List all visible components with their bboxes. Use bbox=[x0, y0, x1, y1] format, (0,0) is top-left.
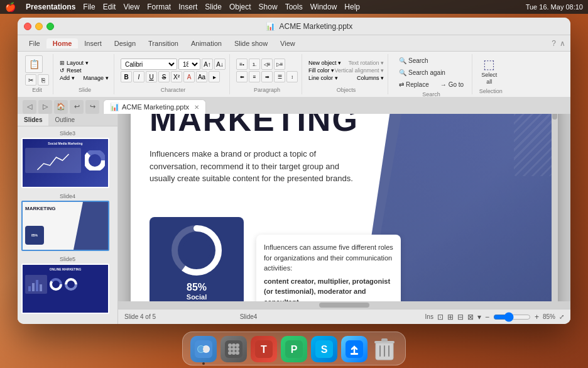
select-all-button[interactable]: ⬚ Selectall bbox=[479, 55, 499, 87]
numbering-button[interactable]: 1. bbox=[249, 59, 260, 70]
view-outline-icon[interactable]: ⊠ bbox=[467, 313, 474, 321]
line-color-button[interactable]: Line color ▾ bbox=[308, 75, 338, 81]
horizontal-scrollbar[interactable] bbox=[118, 301, 570, 309]
document-tab[interactable]: 📊 ACME Marketing.pptx ✕ bbox=[103, 99, 206, 114]
help-icon[interactable]: ? bbox=[552, 39, 556, 48]
close-button[interactable] bbox=[24, 23, 31, 30]
menu-file[interactable]: File bbox=[83, 3, 95, 11]
dock-package-manager[interactable]: P bbox=[281, 336, 307, 362]
zoom-fit-button[interactable]: ⤢ bbox=[559, 313, 564, 320]
font-decrease-button[interactable]: A↓ bbox=[214, 59, 226, 70]
outline-tab[interactable]: Outline bbox=[48, 114, 81, 126]
vertical-alignment-button[interactable]: Vertical alignment ▾ bbox=[334, 67, 384, 74]
search-button[interactable]: 🔍 Search bbox=[395, 55, 468, 66]
indent-increase-button[interactable]: ▷≡ bbox=[274, 59, 285, 70]
scrollbar-thumb[interactable] bbox=[552, 114, 557, 120]
dock-finder[interactable] bbox=[190, 336, 217, 362]
align-center-button[interactable]: ≡ bbox=[249, 71, 260, 82]
align-left-button[interactable]: ⬅ bbox=[236, 71, 248, 82]
tab-transition[interactable]: Transition bbox=[142, 38, 185, 48]
tab-insert[interactable]: Insert bbox=[78, 38, 108, 48]
slides-tab[interactable]: Slides bbox=[18, 114, 48, 126]
font-size-select[interactable]: 18 bbox=[178, 59, 200, 70]
menu-show[interactable]: Show bbox=[259, 3, 278, 11]
tab-slideshow[interactable]: Slide show bbox=[228, 38, 274, 48]
add-button[interactable]: Add ▾ bbox=[60, 75, 75, 81]
slide5-thumb[interactable]: ONLINE MARKETING bbox=[21, 264, 109, 314]
nav-back-button[interactable]: ◁ bbox=[23, 100, 36, 114]
menu-format[interactable]: Format bbox=[147, 3, 171, 11]
text-color-button[interactable]: A bbox=[183, 71, 195, 82]
font-name-select[interactable]: Calibri bbox=[121, 59, 177, 70]
menu-edit[interactable]: Edit bbox=[103, 3, 116, 11]
justify-button[interactable]: ☰ bbox=[274, 71, 285, 82]
menu-help[interactable]: Help bbox=[344, 3, 360, 11]
reset-button[interactable]: Reset bbox=[67, 67, 82, 74]
maximize-button[interactable] bbox=[46, 23, 54, 30]
superscript-button[interactable]: X² bbox=[171, 71, 182, 82]
dock-launchpad[interactable] bbox=[220, 336, 247, 362]
undo-button[interactable]: ↩ bbox=[70, 100, 84, 114]
layout-button[interactable]: Layout ▾ bbox=[67, 60, 89, 66]
dock-toolbox[interactable]: T bbox=[251, 336, 277, 362]
tab-design[interactable]: Design bbox=[108, 38, 142, 48]
copy-button[interactable]: ⎘ bbox=[38, 74, 49, 86]
menu-slide[interactable]: Slide bbox=[205, 3, 222, 11]
columns-button[interactable]: Columns ▾ bbox=[357, 75, 384, 81]
view-grid-icon[interactable]: ⊞ bbox=[447, 313, 454, 321]
vertical-scrollbar[interactable] bbox=[552, 114, 558, 301]
text-rotation-button[interactable]: Text rotation ▾ bbox=[348, 60, 384, 66]
cut-button[interactable]: ✂ bbox=[25, 74, 36, 86]
menu-tools[interactable]: Tools bbox=[285, 3, 303, 11]
dock-trash[interactable] bbox=[371, 336, 398, 362]
line-spacing-button[interactable]: ↕ bbox=[286, 71, 298, 82]
slide-canvas-area[interactable]: MARKETING Influencers make a brand or pr… bbox=[118, 114, 570, 301]
more-char-button[interactable]: ▸ bbox=[209, 71, 220, 82]
underline-button[interactable]: U bbox=[146, 71, 157, 82]
apple-menu[interactable]: 🍎 bbox=[5, 2, 16, 12]
goto-button[interactable]: → Go to bbox=[436, 79, 468, 90]
indent-decrease-button[interactable]: ◁≡ bbox=[261, 59, 273, 70]
view-more-icon[interactable]: ▾ bbox=[477, 313, 481, 321]
zoom-in-button[interactable]: + bbox=[535, 313, 539, 321]
manage-button[interactable]: Manage ▾ bbox=[84, 75, 109, 81]
italic-button[interactable]: I bbox=[133, 71, 144, 82]
zoom-out-button[interactable]: − bbox=[485, 313, 489, 321]
search-again-button[interactable]: 🔍 Search again bbox=[395, 67, 468, 78]
view-fit-icon[interactable]: ⊟ bbox=[457, 313, 464, 321]
menu-insert[interactable]: Insert bbox=[178, 3, 197, 11]
view-normal-icon[interactable]: ⊡ bbox=[437, 313, 444, 321]
bold-button[interactable]: B bbox=[121, 71, 132, 82]
redo-button[interactable]: ↪ bbox=[85, 100, 99, 114]
fill-color-button[interactable]: Fill color ▾ bbox=[308, 67, 334, 74]
slide3-thumb[interactable]: Social Media Marketing bbox=[21, 138, 109, 188]
collapse-ribbon-icon[interactable]: ∧ bbox=[560, 39, 565, 48]
replace-button[interactable]: ⇄ Replace bbox=[395, 79, 433, 90]
menu-presentations[interactable]: Presentations bbox=[26, 3, 75, 11]
menu-object[interactable]: Object bbox=[229, 3, 251, 11]
strikethrough-button[interactable]: S bbox=[158, 71, 170, 82]
tab-file[interactable]: File bbox=[23, 38, 46, 48]
horizontal-scrollbar-thumb[interactable] bbox=[319, 303, 369, 308]
dock-skype[interactable]: S bbox=[311, 336, 337, 362]
doc-tab-close-button[interactable]: ✕ bbox=[194, 104, 199, 111]
align-right-button[interactable]: ➡ bbox=[261, 71, 273, 82]
tab-home[interactable]: Home bbox=[46, 38, 79, 48]
zoom-slider[interactable] bbox=[493, 312, 531, 322]
tab-animation[interactable]: Animation bbox=[185, 38, 228, 48]
menu-view[interactable]: View bbox=[123, 3, 139, 11]
menu-window[interactable]: Window bbox=[310, 3, 337, 11]
char-spacing-button[interactable]: Aa bbox=[196, 71, 207, 82]
minimize-button[interactable] bbox=[35, 23, 43, 30]
ribbon-tabs: File Home Insert Design Transition Anima… bbox=[18, 35, 570, 52]
slide4-thumb[interactable]: MARKETING 85% bbox=[21, 201, 109, 251]
paste-button[interactable]: 📋 bbox=[25, 55, 43, 73]
bullets-button[interactable]: ≡• bbox=[236, 59, 248, 70]
dock-airdrop[interactable] bbox=[341, 336, 368, 362]
nav-home-button[interactable]: 🏠 bbox=[54, 100, 68, 114]
font-increase-button[interactable]: A↑ bbox=[202, 59, 213, 70]
tab-view[interactable]: View bbox=[274, 38, 302, 48]
new-object-button[interactable]: New object ▾ bbox=[308, 60, 341, 66]
nav-forward-button[interactable]: ▷ bbox=[38, 100, 52, 114]
doc-tab-icon: 📊 bbox=[110, 103, 119, 111]
